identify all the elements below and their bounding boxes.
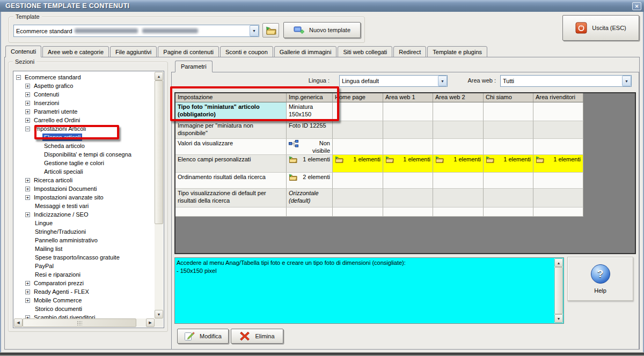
generic-value-cell[interactable]: Miniatura 150x150 xyxy=(287,102,333,121)
area-value-cell[interactable] xyxy=(383,139,433,155)
expand-icon[interactable]: + xyxy=(25,195,30,200)
tree-item-inserzioni[interactable]: +Inserzioni xyxy=(14,99,155,107)
tab-contenuti[interactable]: Contenuti xyxy=(5,46,41,57)
info-textbox[interactable]: Accedere al menu Anag/Tabella tipi foto … xyxy=(174,257,564,324)
tab-sconti-e-coupon[interactable]: Sconti e coupon xyxy=(220,46,273,57)
area-value-cell[interactable] xyxy=(433,102,484,121)
area-value-cell[interactable] xyxy=(433,173,484,189)
tree-item-impostazioni-articoli[interactable]: −Impostazioni Articoli xyxy=(14,124,155,133)
area-value-cell[interactable] xyxy=(333,102,383,121)
expand-icon[interactable]: + xyxy=(25,298,30,303)
tree-item-impostazioni-documenti[interactable]: +Impostazioni Documenti xyxy=(14,184,155,193)
scroll-up-button[interactable]: ▲ xyxy=(155,72,163,80)
generic-value-cell[interactable]: Non visibile xyxy=(287,139,333,155)
tree-item-comparatori-prezzi[interactable]: +Comparatori prezzi xyxy=(14,279,155,287)
area-value-cell[interactable] xyxy=(533,173,583,189)
tree-item-ecommerce-standard[interactable]: −Ecommerce standard xyxy=(14,73,155,81)
exit-button[interactable]: Uscita (ESC) xyxy=(562,15,639,41)
tree-horizontal-scrollbar[interactable]: ◀ ▶ xyxy=(14,318,155,327)
area-value-cell[interactable] xyxy=(433,207,484,217)
area-value-cell[interactable] xyxy=(383,102,433,121)
tree-vertical-scrollbar[interactable]: ▲ ▼ xyxy=(155,72,163,318)
area-value-cell[interactable] xyxy=(533,139,583,155)
new-template-button[interactable]: Nuovo template xyxy=(283,22,361,38)
tree-item-scambio-dati-rivenditori[interactable]: +Scambio dati rivenditori xyxy=(14,313,155,318)
area-value-cell[interactable] xyxy=(484,189,533,207)
tree-item-mailing-list[interactable]: Mailing list xyxy=(14,244,155,253)
area-value-cell[interactable] xyxy=(533,207,583,217)
area-value-cell[interactable] xyxy=(484,173,533,189)
tree-item-ready-agenti-flex[interactable]: +Ready Agenti - FLEX xyxy=(14,287,155,296)
tree-item-elenco-articoli[interactable]: Elenco articoli xyxy=(14,133,155,142)
tree-item-pannello-amministrativo[interactable]: Pannello amministrativo xyxy=(14,236,155,244)
generic-value-cell[interactable] xyxy=(287,207,333,217)
tree-item-storico-documenti[interactable]: Storico documenti xyxy=(14,305,155,313)
area-value-cell[interactable] xyxy=(383,189,433,207)
generic-value-cell[interactable]: Foto ID 12255 xyxy=(287,121,333,139)
scroll-down-button[interactable]: ▼ xyxy=(554,314,563,323)
tab-template-e-plugins[interactable]: Template e plugins xyxy=(427,46,487,57)
tree-item-aspetto-grafico[interactable]: +Aspetto grafico xyxy=(14,81,155,90)
area-value-cell[interactable] xyxy=(433,139,484,155)
tree-item-disponibilita-e-tempi-di-consegna[interactable]: Disponibilita' e tempi di consegna xyxy=(14,150,155,159)
elimina-button[interactable]: Elimina xyxy=(231,329,283,344)
modifica-button[interactable]: Modifica xyxy=(177,329,229,344)
setting-cell[interactable]: Tipo visualizzazione di default per risu… xyxy=(175,189,287,207)
tab-file-aggiuntivi[interactable]: File aggiuntivi xyxy=(110,46,157,57)
titlebar[interactable]: GESTIONE TEMPLATE E CONTENUTI ✕ xyxy=(0,0,644,12)
chevron-down-icon[interactable]: ▼ xyxy=(622,76,631,86)
area-value-cell[interactable] xyxy=(383,207,433,217)
setting-cell[interactable]: Elenco campi personalizzati xyxy=(175,155,287,173)
info-vertical-scrollbar[interactable]: ▲ ▼ xyxy=(554,258,563,323)
area-value-cell[interactable] xyxy=(333,189,383,207)
column-header-area-web-1[interactable]: Area web 1 xyxy=(383,93,433,102)
template-combobox[interactable]: Ecommerce standard ▼ xyxy=(13,25,259,37)
column-header-imp-generica[interactable]: Imp.generica xyxy=(287,93,333,102)
help-button[interactable]: ? Help xyxy=(567,257,633,301)
tree-item-spese-trasporto-incasso-gratuite[interactable]: Spese trasporto/incasso gratuite xyxy=(14,253,155,262)
tree-item-contenuti[interactable]: +Contenuti xyxy=(14,90,155,99)
expand-icon[interactable]: + xyxy=(25,109,30,114)
area-value-cell[interactable]: 1 elementi xyxy=(433,155,484,173)
expand-icon[interactable]: + xyxy=(25,290,30,294)
vertical-scrollbar-thumb[interactable] xyxy=(155,80,163,224)
column-header-area-rivenditori[interactable]: Area rivenditori xyxy=(533,93,583,102)
close-button[interactable]: ✕ xyxy=(632,2,641,10)
area-value-cell[interactable]: 1 elementi xyxy=(484,155,533,173)
area-value-cell[interactable] xyxy=(484,207,533,217)
area-web-combobox[interactable]: Tutti ▼ xyxy=(500,75,632,87)
tree-item-parametri-utente[interactable]: +Parametri utente xyxy=(14,107,155,116)
expand-icon[interactable]: + xyxy=(25,281,30,286)
area-value-cell[interactable] xyxy=(484,121,533,139)
generic-value-cell[interactable]: 2 elementi xyxy=(287,173,333,189)
vertical-scrollbar-thumb[interactable] xyxy=(554,267,563,314)
expand-icon[interactable]: + xyxy=(25,118,30,123)
tree-item-lingue[interactable]: Lingue xyxy=(14,219,155,227)
area-value-cell[interactable]: 1 elementi xyxy=(533,155,583,173)
lingua-combobox[interactable]: Lingua default ▼ xyxy=(339,75,448,87)
scroll-up-button[interactable]: ▲ xyxy=(554,258,563,267)
area-value-cell[interactable] xyxy=(484,102,533,121)
tab-parametri[interactable]: Parametri xyxy=(175,61,213,72)
chevron-down-icon[interactable]: ▼ xyxy=(250,25,259,36)
tree-item-messaggi-e-testi-vari[interactable]: Messaggi e testi vari xyxy=(14,202,155,210)
area-value-cell[interactable] xyxy=(533,189,583,207)
column-header-chi-siamo[interactable]: Chi siamo xyxy=(484,93,533,102)
expand-icon[interactable]: + xyxy=(25,92,30,97)
area-value-cell[interactable] xyxy=(383,173,433,189)
tab-siti-web-collegati[interactable]: Siti web collegati xyxy=(338,46,392,57)
area-value-cell[interactable] xyxy=(333,139,383,155)
expand-icon[interactable]: + xyxy=(25,84,30,88)
setting-cell[interactable]: Ordinamento risultati della ricerca xyxy=(175,173,287,189)
tree-item-indicizzazione-seo[interactable]: +Indicizzazione / SEO xyxy=(14,210,155,219)
tree-item-articoli-speciali[interactable]: Articoli speciali xyxy=(14,167,155,176)
tab-aree-web-e-categorie[interactable]: Aree web e categorie xyxy=(42,46,109,57)
area-value-cell[interactable] xyxy=(333,121,383,139)
setting-cell[interactable]: Valori da visualizzare xyxy=(175,139,287,155)
generic-value-cell[interactable]: Orizzontale (default) xyxy=(287,189,333,207)
area-value-cell[interactable] xyxy=(333,207,383,217)
tab-redirect[interactable]: Redirect xyxy=(393,46,426,57)
expand-icon[interactable]: + xyxy=(25,101,30,106)
collapse-icon[interactable]: − xyxy=(16,75,21,80)
setting-cell[interactable] xyxy=(175,207,287,217)
